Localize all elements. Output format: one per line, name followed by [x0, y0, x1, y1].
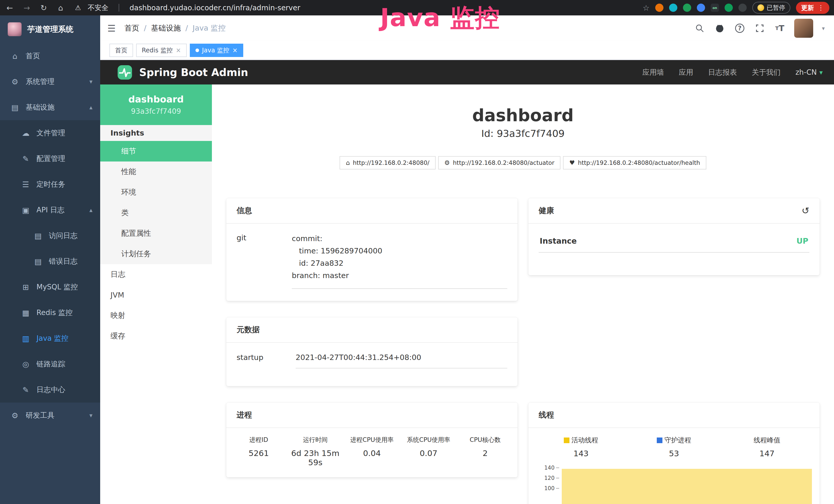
sidebar-item-system[interactable]: ⚙ 系统管理 ▾ [0, 69, 100, 94]
reload-icon[interactable]: ↻ [39, 3, 49, 12]
close-icon[interactable]: × [233, 47, 238, 54]
sidebar-item-error-logs[interactable]: ▤ 错误日志 [0, 249, 100, 274]
sidebar-item-infrastructure[interactable]: ▤ 基础设施 ▴ [0, 94, 100, 120]
security-label[interactable]: 不安全 [88, 3, 108, 12]
page-title: dashboard [226, 106, 820, 125]
chevron-down-icon: ▾ [819, 69, 823, 76]
sba-item-caches[interactable]: 缓存 [100, 326, 212, 346]
process-card-header: 进程 [226, 403, 518, 428]
sba-instance-header[interactable]: dashboard 93a3fc7f7409 [100, 85, 212, 125]
heart-icon: ♥ [569, 159, 575, 166]
process-metric: 系统CPU使用率 0.07 [400, 436, 457, 467]
sba-nav-wallboard[interactable]: 应用墙 [642, 68, 664, 77]
sba-nav-applications[interactable]: 应用 [679, 68, 693, 77]
help-icon[interactable]: ? [734, 23, 745, 34]
process-card: 进程 进程ID 5261 运行时间 6d 23h 15m 59s [226, 403, 518, 477]
breadcrumb-home[interactable]: 首页 [124, 23, 147, 33]
user-avatar[interactable] [794, 19, 813, 38]
menu-dots-icon: ⋮ [817, 4, 824, 12]
edit-icon: ✎ [21, 385, 30, 394]
health-card-body: Instance UP [528, 224, 820, 265]
tab-bar: 首页 Redis 监控 × Java 监控 × [100, 41, 834, 60]
search-icon[interactable] [694, 23, 705, 34]
bookmark-star-icon[interactable]: ☆ [643, 3, 650, 12]
tab-redis-monitor[interactable]: Redis 监控 × [136, 44, 187, 57]
sidebar-item-access-logs[interactable]: ▤ 访问日志 [0, 223, 100, 249]
paused-badge[interactable]: 已暂停 [752, 2, 790, 14]
sba-sidebar: dashboard 93a3fc7f7409 Insights 细节 性能 环境… [100, 85, 212, 504]
extension-icon-2[interactable] [669, 4, 677, 12]
sidebar-item-log-center[interactable]: ✎ 日志中心 [0, 377, 100, 403]
tab-java-monitor[interactable]: Java 监控 × [190, 44, 243, 57]
sba-item-config-props[interactable]: 配置属性 [100, 223, 212, 244]
fullscreen-icon[interactable] [754, 23, 765, 34]
extension-icon-7[interactable] [739, 4, 747, 12]
sidebar-item-tracing[interactable]: ◎ 链路追踪 [0, 351, 100, 377]
back-icon[interactable]: ← [5, 3, 15, 12]
app-frame: 芋道管理系统 ⌂ 首页 ⚙ 系统管理 ▾ ▤ 基础设施 ▴ ☁ 文件管理 ✎ 配… [0, 16, 834, 504]
toolbox-icon: ⚙ [10, 411, 20, 420]
sidebar-item-redis-monitor[interactable]: ▦ Redis 监控 [0, 300, 100, 325]
sba-brand[interactable]: Spring Boot Admin [117, 64, 248, 81]
process-card-body: 进程ID 5261 运行时间 6d 23h 15m 59s 进程CPU使用率 0… [226, 428, 518, 477]
github-icon[interactable] [714, 23, 725, 34]
sba-item-classes[interactable]: 类 [100, 203, 212, 223]
y-axis-tick: 100 [544, 485, 559, 491]
sba-item-scheduled-tasks[interactable]: 计划任务 [100, 244, 212, 264]
extension-icon-1[interactable] [655, 4, 663, 12]
forward-icon[interactable]: → [22, 3, 32, 12]
health-url-link[interactable]: ♥ http://192.168.0.2:48080/actuator/heal… [563, 156, 706, 169]
sidebar-item-home[interactable]: ⌂ 首页 [0, 43, 100, 69]
sba-nav-about[interactable]: 关于我们 [752, 68, 781, 77]
browser-update-button[interactable]: 更新 ⋮ [796, 2, 829, 14]
extension-icon-3[interactable] [683, 4, 691, 12]
instance-links: ⌂ http://192.168.0.2:48080/ ⚙ http://192… [226, 156, 820, 169]
monitor-icon: ▤ [10, 103, 20, 112]
sba-item-logs[interactable]: 日志 [100, 264, 212, 285]
sba-nav-links: 应用墙 应用 日志报表 关于我们 zh-CN ▾ [642, 68, 823, 77]
instance-id: 93a3fc7f7409 [131, 107, 181, 116]
live-threads-area [562, 469, 812, 504]
sba-item-environment[interactable]: 环境 [100, 182, 212, 203]
sidebar-item-mysql-monitor[interactable]: ⊞ MySQL 监控 [0, 274, 100, 300]
close-icon[interactable]: × [176, 47, 181, 54]
tab-home[interactable]: 首页 [109, 44, 133, 57]
page-subtitle: Id: 93a3fc7f7409 [226, 128, 820, 139]
text-size-icon[interactable]: TT [774, 23, 786, 34]
logo-image [8, 22, 22, 36]
sidebar-item-api-logs[interactable]: ▣ API 日志 ▴ [0, 197, 100, 223]
breadcrumb: 首页 基础设施 Java 监控 [124, 23, 225, 33]
wrench-icon: ⚙ [444, 159, 450, 166]
service-url-link[interactable]: ⌂ http://192.168.0.2:48080/ [339, 156, 435, 169]
info-card-header: 信息 [226, 198, 518, 224]
sba-item-details[interactable]: 细节 [100, 141, 212, 161]
avatar-caret-icon[interactable]: ▾ [822, 25, 825, 31]
extension-icon-5[interactable]: on [711, 4, 719, 12]
sba-language-select[interactable]: zh-CN ▾ [795, 68, 823, 76]
sidebar-item-scheduled-jobs[interactable]: ☰ 定时任务 [0, 171, 100, 197]
sba-item-mappings[interactable]: 映射 [100, 305, 212, 326]
metadata-value: 2021-04-27T00:44:31.254+08:00 [295, 353, 507, 368]
sba-item-metrics[interactable]: 性能 [100, 161, 212, 182]
breadcrumb-java-monitor: Java 监控 [193, 23, 225, 33]
sba-nav-journal[interactable]: 日志报表 [708, 68, 737, 77]
chevron-down-icon: ▾ [89, 412, 92, 419]
breadcrumb-infrastructure[interactable]: 基础设施 [151, 23, 188, 33]
extension-icon-4[interactable] [697, 4, 705, 12]
sidebar-item-dev-tools[interactable]: ⚙ 研发工具 ▾ [0, 403, 100, 428]
actuator-url-link[interactable]: ⚙ http://192.168.0.2:48080/actuator [438, 156, 561, 169]
sidebar-item-file-manage[interactable]: ☁ 文件管理 [0, 120, 100, 146]
sba-item-jvm[interactable]: JVM [100, 285, 212, 305]
history-icon[interactable]: ↺ [802, 205, 809, 216]
process-metric: 进程CPU使用率 0.04 [344, 436, 400, 467]
sidebar-item-java-monitor[interactable]: ▥ Java 监控 [0, 325, 100, 351]
home-icon[interactable]: ⌂ [56, 3, 66, 12]
sidebar-item-config-manage[interactable]: ✎ 配置管理 [0, 146, 100, 171]
security-warning-icon[interactable]: ⚠ [75, 4, 81, 12]
hamburger-icon[interactable]: ☰ [107, 23, 115, 33]
address-bar[interactable]: dashboard.yudao.iocoder.cn/infra/admin-s… [129, 4, 300, 12]
logo-row[interactable]: 芋道管理系统 [0, 16, 100, 43]
header-right: ? TT ▾ [694, 19, 825, 38]
health-instance-row[interactable]: Instance UP [539, 234, 809, 253]
extension-icon-6[interactable] [725, 4, 733, 12]
